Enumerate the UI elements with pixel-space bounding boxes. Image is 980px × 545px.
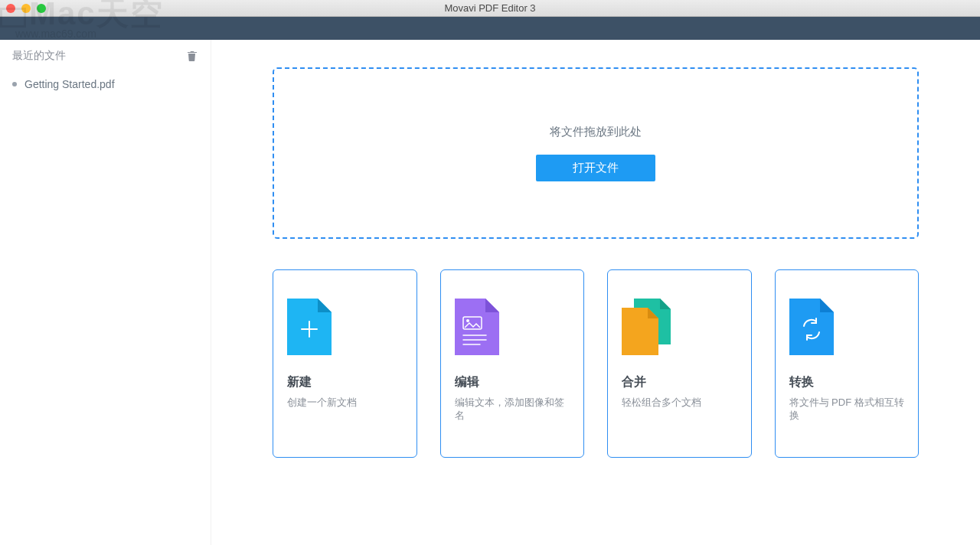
- card-convert[interactable]: 转换 将文件与 PDF 格式相互转换: [775, 269, 920, 458]
- card-desc: 创建一个新文档: [287, 397, 403, 410]
- close-window[interactable]: [6, 4, 15, 13]
- zoom-window[interactable]: [37, 4, 46, 13]
- recent-file-item[interactable]: Getting Started.pdf: [12, 73, 198, 95]
- card-new[interactable]: 新建 创建一个新文档: [273, 269, 417, 458]
- dropzone-hint: 将文件拖放到此处: [550, 125, 642, 139]
- app-topbar: [0, 17, 980, 40]
- new-file-icon: [287, 293, 403, 361]
- recent-file-name: Getting Started.pdf: [24, 78, 115, 90]
- card-desc: 将文件与 PDF 格式相互转换: [789, 397, 905, 423]
- window-title: Movavi PDF Editor 3: [0, 2, 980, 14]
- action-cards: 新建 创建一个新文档 编辑 编辑文本，添加图像和签名: [273, 269, 919, 458]
- main-area: 将文件拖放到此处 打开文件 新建 创建一个新文档: [211, 40, 980, 545]
- edit-file-icon: [455, 293, 570, 361]
- trash-icon[interactable]: [186, 50, 198, 62]
- titlebar: Movavi PDF Editor 3: [0, 0, 980, 17]
- card-desc: 轻松组合多个文档: [622, 397, 737, 410]
- card-title: 编辑: [455, 374, 570, 390]
- recent-files-list: Getting Started.pdf: [12, 73, 198, 95]
- recent-files-label: 最近的文件: [12, 49, 66, 63]
- svg-point-1: [466, 319, 469, 322]
- open-file-button[interactable]: 打开文件: [536, 155, 655, 181]
- minimize-window[interactable]: [21, 4, 31, 13]
- convert-file-icon: [789, 293, 905, 361]
- card-title: 新建: [287, 374, 403, 390]
- card-edit[interactable]: 编辑 编辑文本，添加图像和签名: [440, 269, 585, 458]
- dropzone[interactable]: 将文件拖放到此处 打开文件: [273, 67, 919, 239]
- traffic-lights: [6, 4, 46, 13]
- sidebar: 最近的文件 Getting Started.pdf: [0, 40, 211, 545]
- sidebar-header: 最近的文件: [12, 49, 198, 63]
- card-desc: 编辑文本，添加图像和签名: [455, 397, 570, 423]
- workspace: 最近的文件 Getting Started.pdf 将文件拖放到此处 打开文件: [0, 40, 980, 545]
- bullet-icon: [12, 82, 17, 86]
- card-title: 转换: [789, 374, 905, 390]
- merge-files-icon: [622, 293, 737, 361]
- card-merge[interactable]: 合并 轻松组合多个文档: [607, 269, 752, 458]
- card-title: 合并: [622, 374, 737, 390]
